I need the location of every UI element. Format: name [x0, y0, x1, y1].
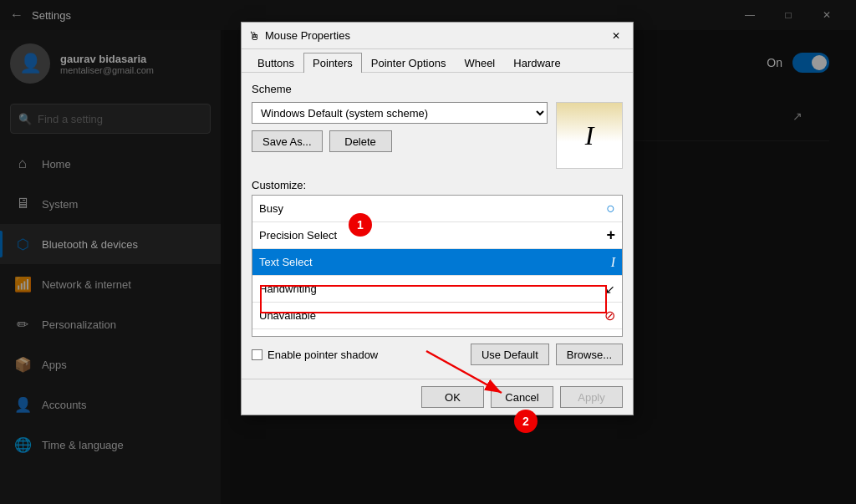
scheme-section: Windows Default (system scheme) Save As.…	[252, 102, 623, 169]
scheme-buttons: Save As... Delete	[252, 130, 548, 152]
cursor-list[interactable]: Busy ○ Precision Select + Text Select I …	[252, 195, 623, 337]
cursor-preview-icon: I	[585, 120, 594, 151]
dialog-tabs: Buttons Pointers Pointer Options Wheel H…	[242, 49, 633, 73]
mouse-properties-dialog: 🖱 Mouse Properties ✕ Buttons Pointers Po…	[241, 22, 634, 415]
browse-button[interactable]: Browse...	[556, 344, 623, 365]
tab-pointers[interactable]: Pointers	[303, 53, 362, 73]
apply-button[interactable]: Apply	[560, 386, 623, 408]
cursor-item-precision[interactable]: Precision Select +	[252, 222, 622, 249]
shadow-checkbox[interactable]	[252, 349, 262, 360]
scheme-left: Windows Default (system scheme) Save As.…	[252, 102, 548, 169]
cursor-item-busy[interactable]: Busy ○	[252, 196, 622, 222]
dialog-body: Scheme Windows Default (system scheme) S…	[242, 73, 633, 379]
dialog-footer: OK Cancel Apply	[242, 379, 633, 415]
scheme-row: Windows Default (system scheme)	[252, 102, 548, 124]
use-default-button[interactable]: Use Default	[471, 344, 549, 365]
cursor-action-buttons: Use Default Browse...	[471, 344, 623, 365]
cursor-item-handwriting[interactable]: Handwriting ↙	[252, 276, 622, 303]
tab-hardware[interactable]: Hardware	[504, 53, 569, 73]
customize-label: Customize:	[252, 179, 623, 191]
shadow-label: Enable pointer shadow	[268, 349, 378, 361]
tab-buttons[interactable]: Buttons	[248, 53, 303, 73]
scheme-label: Scheme	[252, 83, 623, 95]
scheme-preview: I	[556, 102, 623, 169]
tab-pointer-options[interactable]: Pointer Options	[362, 53, 456, 73]
bottom-row: Enable pointer shadow Use Default Browse…	[252, 344, 623, 372]
tab-wheel[interactable]: Wheel	[455, 53, 504, 73]
pointer-shadow-row: Enable pointer shadow	[252, 349, 378, 361]
ok-button[interactable]: OK	[421, 386, 484, 408]
dialog-mouse-icon: 🖱	[248, 29, 260, 43]
cursor-item-unavailable[interactable]: Unavailable ⊘	[252, 303, 622, 329]
cancel-button[interactable]: Cancel	[491, 386, 553, 408]
save-as-button[interactable]: Save As...	[252, 130, 323, 152]
dialog-close-button[interactable]: ✕	[606, 26, 626, 46]
dialog-titlebar: 🖱 Mouse Properties ✕	[242, 23, 633, 49]
dialog-title: Mouse Properties	[265, 29, 601, 42]
scheme-select[interactable]: Windows Default (system scheme)	[252, 102, 548, 124]
cursor-item-text-select[interactable]: Text Select I	[252, 249, 622, 276]
delete-button[interactable]: Delete	[329, 130, 392, 152]
